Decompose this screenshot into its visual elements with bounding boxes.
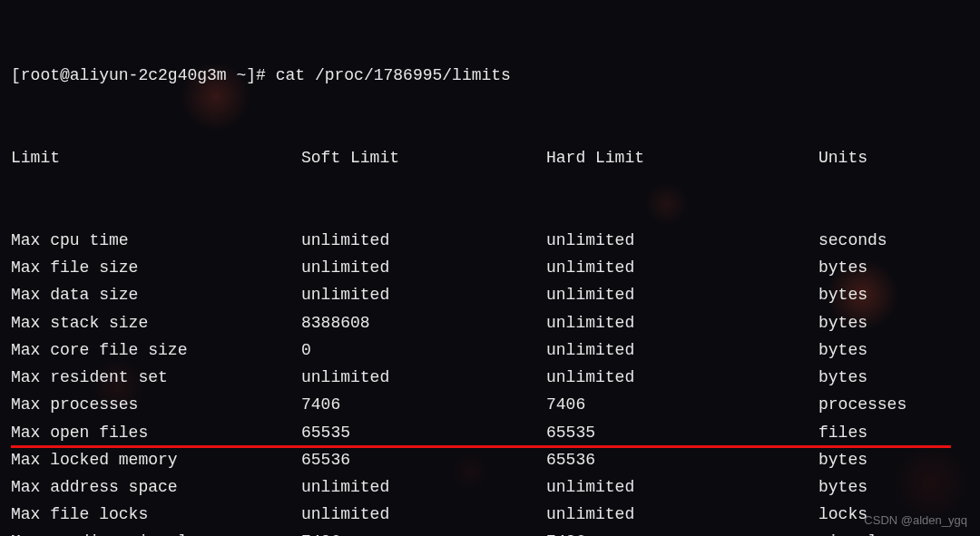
cell-limit: Max stack size <box>11 309 301 336</box>
cell-soft: unlimited <box>301 364 546 391</box>
table-row: Max cpu timeunlimitedunlimitedseconds <box>11 227 969 254</box>
table-row: Max data sizeunlimitedunlimitedbytes <box>11 281 969 308</box>
cell-hard: unlimited <box>546 473 818 501</box>
cell-limit: Max open files <box>11 419 301 446</box>
cell-units: bytes <box>818 364 969 391</box>
cell-hard: 7406 <box>546 528 818 536</box>
cell-units: seconds <box>818 227 969 254</box>
cell-soft: 0 <box>301 336 546 364</box>
cell-limit: Max data size <box>11 281 301 308</box>
table-row: Max file locksunlimitedunlimitedlocks <box>11 501 969 528</box>
watermark-text: CSDN @alden_ygq <box>864 511 967 531</box>
cell-units: bytes <box>818 254 969 281</box>
header-hard: Hard Limit <box>546 144 818 171</box>
cell-units: bytes <box>818 446 969 473</box>
table-row: Max pending signals74067406signals <box>11 528 969 536</box>
cell-soft: unlimited <box>301 473 546 501</box>
cell-limit: Max cpu time <box>11 227 301 254</box>
cell-hard: unlimited <box>546 309 818 336</box>
cell-soft: unlimited <box>301 254 546 281</box>
table-row: Max file sizeunlimitedunlimitedbytes <box>11 254 969 281</box>
table-row: Max resident setunlimitedunlimitedbytes <box>11 364 969 391</box>
cell-hard: unlimited <box>546 227 818 254</box>
cell-units: bytes <box>818 473 969 501</box>
cell-soft: 7406 <box>301 391 546 418</box>
cell-units: processes <box>818 391 969 418</box>
table-row: Max locked memory6553665536bytes <box>11 446 969 473</box>
cell-hard: unlimited <box>546 501 818 528</box>
cell-soft: unlimited <box>301 501 546 528</box>
cell-units: files <box>818 419 969 446</box>
cell-hard: unlimited <box>546 254 818 281</box>
table-row: Max stack size8388608unlimitedbytes <box>11 309 969 336</box>
cell-hard: 7406 <box>546 391 818 418</box>
prompt-line: [root@aliyun-2c2g40g3m ~]# cat /proc/178… <box>11 62 969 89</box>
cell-limit: Max file size <box>11 254 301 281</box>
cell-limit: Max locked memory <box>11 446 301 473</box>
cell-units: bytes <box>818 281 969 308</box>
cell-soft: unlimited <box>301 281 546 308</box>
header-units: Units <box>818 144 969 171</box>
cell-hard: unlimited <box>546 281 818 308</box>
cell-soft: 65535 <box>301 419 546 446</box>
cell-limit: Max file locks <box>11 501 301 528</box>
table-row: Max processes74067406processes <box>11 391 969 418</box>
table-row: Max address spaceunlimitedunlimitedbytes <box>11 473 969 501</box>
cell-soft: unlimited <box>301 227 546 254</box>
limits-header-row: Limit Soft Limit Hard Limit Units <box>11 144 969 171</box>
cell-units: bytes <box>818 336 969 364</box>
limits-rows: Max cpu timeunlimitedunlimitedsecondsMax… <box>11 227 969 536</box>
table-row: Max open files6553565535files <box>11 419 969 446</box>
cell-soft: 8388608 <box>301 309 546 336</box>
cell-limit: Max pending signals <box>11 528 301 536</box>
cell-hard: unlimited <box>546 336 818 364</box>
cell-limit: Max core file size <box>11 336 301 364</box>
table-row: Max core file size0unlimitedbytes <box>11 336 969 364</box>
cell-hard: unlimited <box>546 364 818 391</box>
cell-units: bytes <box>818 309 969 336</box>
header-limit: Limit <box>11 144 301 171</box>
prompt-command: cat /proc/1786995/limits <box>276 66 511 84</box>
cell-hard: 65535 <box>546 419 818 446</box>
cell-hard: 65536 <box>546 446 818 473</box>
terminal-output[interactable]: [root@aliyun-2c2g40g3m ~]# cat /proc/178… <box>11 7 969 536</box>
cell-soft: 65536 <box>301 446 546 473</box>
cell-limit: Max address space <box>11 473 301 501</box>
header-soft: Soft Limit <box>301 144 546 171</box>
prompt-user-host: [root@aliyun-2c2g40g3m ~]# <box>11 66 266 84</box>
cell-limit: Max processes <box>11 391 301 418</box>
cell-soft: 7406 <box>301 528 546 536</box>
cell-limit: Max resident set <box>11 364 301 391</box>
